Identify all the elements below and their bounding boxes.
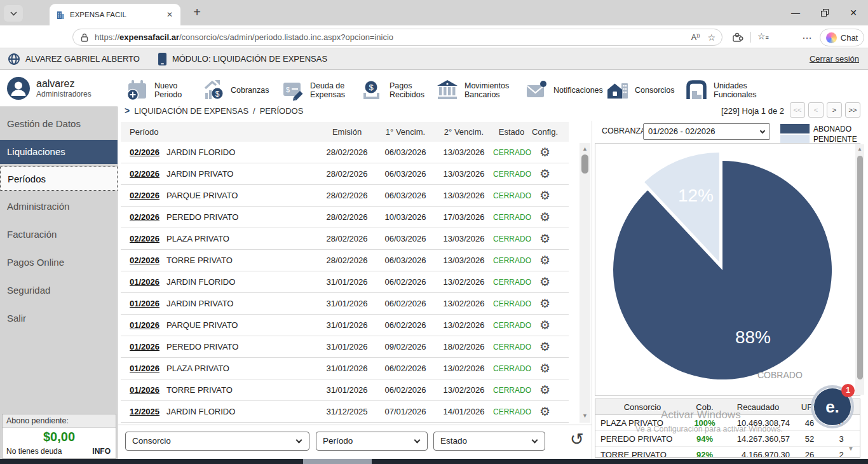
period-link[interactable]: 01/2026 bbox=[130, 277, 159, 287]
sidebar-item-seguridad[interactable]: Seguridad bbox=[0, 278, 118, 303]
period-link[interactable]: 01/2026 bbox=[130, 364, 159, 373]
favorites-bar-icon[interactable]: ☆≡ bbox=[757, 31, 770, 41]
bottom-scrollbar-thumb[interactable] bbox=[303, 459, 372, 464]
table-row: 02/2026 PARQUE PRIVATO 28/02/2026 06/03/… bbox=[121, 185, 569, 207]
estado-badge: CERRADO bbox=[493, 235, 530, 243]
toolbar-notificaciones[interactable]: Notificaciones bbox=[524, 74, 603, 107]
venc1-date: 06/03/2026 bbox=[376, 147, 435, 157]
toolbar-nuevo-periodo[interactable]: Nuevo Periodo bbox=[125, 74, 186, 107]
restore-button[interactable] bbox=[810, 0, 839, 25]
copilot-chat-button[interactable]: Chat bbox=[820, 29, 864, 46]
table-scrollbar[interactable]: ▲ ▼ bbox=[580, 143, 590, 423]
sidebar-item-liquidaciones[interactable]: Liquidaciones bbox=[0, 140, 118, 164]
config-gear-icon[interactable]: ⚙ bbox=[539, 297, 550, 310]
config-gear-icon[interactable]: ⚙ bbox=[539, 405, 550, 418]
scroll-up-icon[interactable]: ▲ bbox=[580, 146, 590, 152]
panel-scrollbar-thumb[interactable] bbox=[857, 156, 863, 379]
sidebar-item-salir[interactable]: Salir bbox=[0, 306, 118, 331]
summary-scroll-down-icon[interactable]: ▼ bbox=[848, 445, 854, 452]
sidebar-item-administracion[interactable]: Administración bbox=[0, 194, 118, 219]
consorcio-name: PEREDO PRIVATO bbox=[166, 342, 318, 351]
new-tab-button[interactable]: + bbox=[189, 5, 205, 20]
pie-abonado-label: 88% bbox=[726, 327, 780, 348]
estado-filter-select[interactable]: Estado bbox=[433, 432, 545, 451]
config-gear-icon[interactable]: ⚙ bbox=[539, 210, 550, 224]
scroll-down-icon[interactable]: ▼ bbox=[580, 413, 590, 419]
panel-scrollbar[interactable]: ▲ bbox=[855, 144, 864, 395]
browser-tab[interactable]: EXPENSA FACIL ✕ bbox=[50, 4, 180, 25]
cobranza-period-select[interactable]: 01/2026 - 02/2026 bbox=[643, 123, 770, 140]
abono-amount: $0,00 bbox=[3, 430, 116, 444]
period-link[interactable]: 01/2026 bbox=[130, 385, 159, 395]
toolbar-consorcios[interactable]: Consorcios bbox=[605, 74, 675, 107]
period-link[interactable]: 02/2026 bbox=[130, 191, 159, 200]
period-link[interactable]: 01/2026 bbox=[130, 299, 159, 308]
tab-strip: EXPENSA FACIL ✕ + — ✕ bbox=[0, 0, 868, 25]
toolbar-unidades-funcionales[interactable]: Unidades Funcionales bbox=[684, 74, 762, 107]
bottom-scrollbar[interactable] bbox=[0, 459, 868, 464]
venc2-date: 13/02/2026 bbox=[435, 277, 493, 287]
period-link[interactable]: 02/2026 bbox=[130, 212, 159, 222]
recaudado-amount: 4.166.970,30 bbox=[720, 447, 796, 458]
config-gear-icon[interactable]: ⚙ bbox=[539, 383, 550, 397]
toolbar-divider bbox=[750, 32, 751, 43]
logout-link[interactable]: Cerrar sesión bbox=[810, 54, 859, 64]
breadcrumb-section[interactable]: LIQUIDACIÓN DE EXPENSAS bbox=[134, 106, 248, 116]
venc2-date: 13/03/2026 bbox=[435, 147, 493, 157]
favorite-star-icon[interactable]: ☆ bbox=[707, 32, 715, 43]
config-gear-icon[interactable]: ⚙ bbox=[539, 232, 550, 245]
tab-title: EXPENSA FACIL bbox=[70, 11, 164, 18]
sidebar-role: Administradores bbox=[36, 90, 92, 99]
toolbar-movimientos-bancarios[interactable]: Movimientos Bancarios bbox=[435, 74, 518, 107]
config-gear-icon[interactable]: ⚙ bbox=[539, 362, 550, 375]
settings-menu-icon[interactable]: … bbox=[802, 30, 812, 41]
table-scrollbar-thumb[interactable] bbox=[581, 154, 588, 174]
config-gear-icon[interactable]: ⚙ bbox=[539, 254, 550, 267]
config-gear-icon[interactable]: ⚙ bbox=[539, 167, 550, 181]
close-button[interactable]: ✕ bbox=[839, 0, 868, 25]
read-aloud-icon[interactable]: A)) bbox=[691, 32, 700, 42]
minimize-button[interactable]: — bbox=[781, 0, 810, 25]
pagination-first-button[interactable]: << bbox=[790, 102, 805, 118]
period-link[interactable]: 02/2026 bbox=[130, 169, 159, 179]
period-link[interactable]: 02/2026 bbox=[130, 256, 159, 265]
period-link[interactable]: 01/2026 bbox=[130, 342, 159, 351]
config-gear-icon[interactable]: ⚙ bbox=[539, 340, 550, 353]
config-gear-icon[interactable]: ⚙ bbox=[539, 275, 550, 289]
config-gear-icon[interactable]: ⚙ bbox=[539, 318, 550, 332]
period-link[interactable]: 02/2026 bbox=[130, 234, 159, 243]
address-bar[interactable]: https://expensafacil.ar/consorcio/cs/adm… bbox=[72, 29, 722, 46]
tab-search-button[interactable] bbox=[4, 5, 23, 22]
pagination-next-button[interactable]: > bbox=[827, 102, 842, 118]
pagination-prev-button[interactable]: < bbox=[808, 102, 824, 118]
abono-info-link[interactable]: INFO bbox=[92, 447, 111, 456]
summary-row: TORRE PRIVATO 92% 4.166.970,30 26 2 bbox=[595, 447, 860, 458]
period-link[interactable]: 01/2026 bbox=[130, 320, 159, 330]
period-link[interactable]: 02/2026 bbox=[130, 147, 159, 157]
config-gear-icon[interactable]: ⚙ bbox=[539, 189, 550, 202]
refresh-filters-icon[interactable]: ↺ bbox=[570, 430, 584, 449]
extensions-icon[interactable] bbox=[731, 31, 743, 46]
consorcio-filter-select[interactable]: Consorcio bbox=[125, 432, 309, 451]
sidebar-item-facturacion[interactable]: Facturación bbox=[0, 222, 118, 247]
venc1-date: 06/02/2026 bbox=[376, 385, 435, 395]
period-link[interactable]: 12/2025 bbox=[130, 407, 159, 416]
toolbar-deuda-de-expensas[interactable]: $ Deuda de Expensas bbox=[280, 74, 351, 107]
config-gear-icon[interactable]: ⚙ bbox=[539, 146, 550, 159]
periods-table: Período Emisión 1° Vencim. 2° Vencim. Es… bbox=[121, 122, 569, 423]
abono-note: No tienes deuda bbox=[6, 447, 62, 456]
emision-date: 28/02/2026 bbox=[318, 256, 376, 265]
scroll-up-icon[interactable]: ▲ bbox=[855, 146, 864, 152]
toolbar-pagos-recibidos[interactable]: $ Pagos Recibidos bbox=[360, 74, 428, 107]
venc2-date: 18/02/2026 bbox=[435, 342, 493, 351]
pagination-last-button[interactable]: >> bbox=[845, 102, 860, 118]
toolbar-label: Unidades Funcionales bbox=[714, 81, 762, 100]
mail-alert-icon bbox=[524, 78, 549, 103]
sidebar-item-pagos-online[interactable]: Pagos Online bbox=[0, 250, 118, 275]
toolbar-cobranzas[interactable]: $ Cobranzas bbox=[201, 74, 269, 107]
consorcio-name: PARQUE PRIVATO bbox=[166, 320, 318, 330]
periodo-filter-select[interactable]: Período bbox=[316, 432, 428, 451]
sidebar-item-periodos[interactable]: Períodos bbox=[0, 167, 118, 191]
tab-close-icon[interactable]: ✕ bbox=[164, 9, 175, 20]
sidebar-item-gestion-de-datos[interactable]: Gestión de Datos bbox=[0, 112, 118, 136]
